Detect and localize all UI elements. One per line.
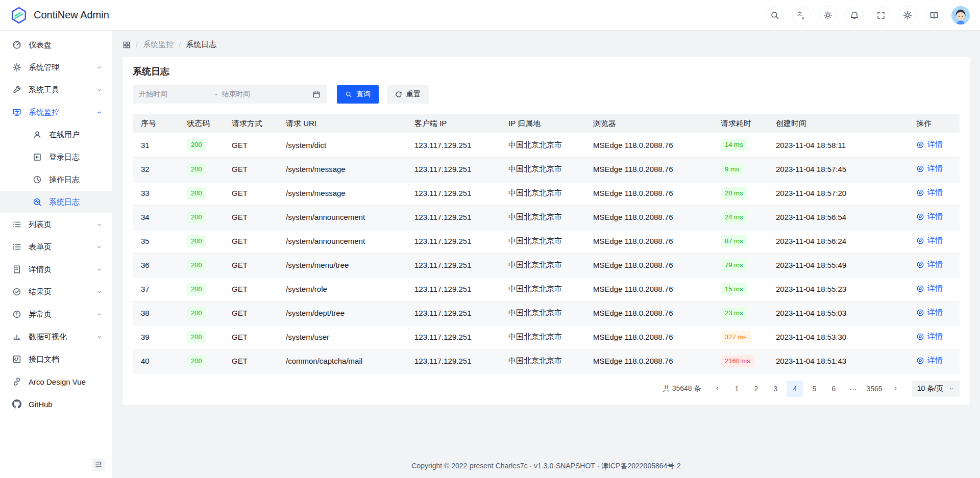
content-card: 系统日志 开始时间 - 结束时间 查询 重置: [122, 57, 970, 405]
breadcrumb-item[interactable]: 系统日志: [186, 40, 216, 49]
reset-button[interactable]: 重置: [387, 85, 429, 104]
sidebar-item-operation-logs[interactable]: 操作日志: [0, 168, 112, 191]
status-badge: 23 ms: [721, 307, 747, 319]
fullscreen-button[interactable]: [872, 6, 890, 24]
pagination-next-button[interactable]: [888, 381, 904, 397]
cell-status: 200: [179, 157, 224, 181]
sidebar-item-data-visualization[interactable]: 数据可视化: [0, 325, 112, 348]
theme-button[interactable]: [819, 6, 837, 24]
table-row: 35200GET/system/announcement123.117.129.…: [133, 229, 960, 253]
detail-link[interactable]: 详情: [916, 332, 943, 341]
chevron-up-icon: [96, 109, 103, 116]
sidebar-item-system-monitor[interactable]: 系统监控: [0, 101, 112, 123]
cell-client-ip: 123.117.129.251: [406, 205, 500, 229]
search-button[interactable]: [766, 6, 784, 24]
cell-action: 详情: [908, 205, 960, 229]
sidebar-item-system-logs[interactable]: 系统日志: [0, 191, 112, 213]
pagination-prev-button[interactable]: [709, 381, 725, 397]
status-badge: 327 ms: [721, 331, 751, 343]
search-button[interactable]: 查询: [337, 85, 379, 104]
cell-uri: /system/dept/tree: [278, 301, 406, 325]
logo-area[interactable]: ContiNew Admin: [10, 7, 109, 24]
pagination-page-1[interactable]: 1: [728, 381, 745, 397]
footer: Copyright © 2022-present Charles7c · v1.…: [112, 454, 980, 478]
detail-link[interactable]: 详情: [916, 308, 943, 317]
sidebar-item-system-management[interactable]: 系统管理: [0, 56, 112, 79]
breadcrumb-item[interactable]: 系统监控: [143, 40, 174, 49]
detail-link[interactable]: 详情: [916, 356, 943, 365]
chevron-down-icon: [948, 386, 954, 392]
sidebar-item-exception-pages[interactable]: 异常页: [0, 303, 112, 325]
shell: 仪表盘系统管理系统工具系统监控在线用户登录日志操作日志系统日志列表页表单页详情页…: [0, 31, 980, 478]
pagination-page-5[interactable]: 5: [806, 381, 822, 397]
cell-method: GET: [224, 277, 278, 301]
user-avatar[interactable]: [951, 6, 970, 24]
column-header: 请求方式: [224, 114, 278, 133]
cell-method: GET: [224, 181, 278, 205]
detail-link-label: 详情: [927, 140, 943, 149]
cell-created: 2023-11-04 18:53:30: [768, 325, 908, 349]
cell-duration: 327 ms: [713, 325, 768, 349]
pagination-page-3[interactable]: 3: [767, 381, 783, 397]
sidebar-item-github[interactable]: GitHub: [0, 393, 112, 415]
sidebar-item-arco-design-vue[interactable]: Arco Design Vue: [0, 370, 112, 393]
detail-link[interactable]: 详情: [916, 260, 943, 269]
status-badge: 200: [187, 139, 206, 151]
cell-browser: MSEdge 118.0.2088.76: [585, 229, 713, 253]
cell-created: 2023-11-04 18:57:45: [768, 157, 908, 181]
sidebar-item-label: 异常页: [29, 310, 89, 319]
docs-button[interactable]: [925, 6, 943, 24]
settings-button[interactable]: [898, 6, 917, 24]
cell-status: 200: [179, 325, 224, 349]
cell-method: GET: [224, 349, 278, 373]
sidebar-item-online-users[interactable]: 在线用户: [0, 123, 112, 146]
cell-action: 详情: [908, 157, 960, 181]
cell-uri: /system/role: [278, 277, 406, 301]
cell-status: 200: [179, 181, 224, 205]
column-header: 创建时间: [768, 114, 908, 133]
sidebar-item-form-pages[interactable]: 表单页: [0, 236, 112, 258]
sidebar-item-dashboard[interactable]: 仪表盘: [0, 34, 112, 56]
table-body: 31200GET/system/dict123.117.129.251中国北京北…: [133, 133, 960, 373]
table-row: 33200GET/system/message123.117.129.251中国…: [133, 181, 960, 205]
sidebar-item-detail-pages[interactable]: 详情页: [0, 258, 112, 281]
detail-link-label: 详情: [927, 332, 943, 341]
chevron-down-icon: [96, 64, 103, 71]
cell-method: GET: [224, 301, 278, 325]
sidebar-item-label: GitHub: [29, 400, 103, 409]
cell-no: 36: [133, 253, 179, 277]
bell-button[interactable]: [845, 6, 864, 24]
detail-link[interactable]: 详情: [916, 164, 943, 173]
cell-duration: 87 ms: [713, 229, 768, 253]
detail-link-label: 详情: [927, 188, 943, 197]
date-range-picker[interactable]: 开始时间 - 结束时间: [133, 85, 327, 104]
apps-icon[interactable]: [122, 41, 131, 49]
pagination-page-3565[interactable]: 3565: [864, 381, 884, 397]
translate-icon: 文A: [797, 11, 806, 20]
pagination-page-6[interactable]: 6: [825, 381, 842, 397]
chevron-down-icon: [96, 244, 103, 250]
pagination-page-4[interactable]: 4: [787, 381, 803, 397]
cell-action: 详情: [908, 133, 960, 157]
svg-text:文: 文: [797, 11, 802, 16]
detail-link[interactable]: 详情: [916, 188, 943, 197]
page-size-select[interactable]: 10 条/页: [912, 381, 960, 397]
detail-link[interactable]: 详情: [916, 140, 943, 149]
pagination-page-2[interactable]: 2: [748, 381, 764, 397]
sidebar-item-list-pages[interactable]: 列表页: [0, 213, 112, 236]
detail-link[interactable]: 详情: [916, 212, 943, 221]
status-badge: 87 ms: [721, 235, 747, 247]
sidebar-item-label: 列表页: [29, 220, 89, 230]
status-badge: 200: [187, 307, 206, 319]
detail-link[interactable]: 详情: [916, 236, 943, 245]
cell-no: 39: [133, 325, 179, 349]
sidebar-item-system-tools[interactable]: 系统工具: [0, 79, 112, 101]
cell-action: 详情: [908, 229, 960, 253]
detail-link[interactable]: 详情: [916, 284, 943, 293]
sidebar-item-api-docs[interactable]: 接口文档: [0, 348, 112, 370]
sidebar-item-login-logs[interactable]: 登录日志: [0, 146, 112, 168]
translate-button[interactable]: 文A: [792, 6, 811, 24]
sidebar-collapse-button[interactable]: [92, 459, 105, 471]
cell-browser: MSEdge 118.0.2088.76: [585, 253, 713, 277]
sidebar-item-result-pages[interactable]: 结果页: [0, 281, 112, 303]
